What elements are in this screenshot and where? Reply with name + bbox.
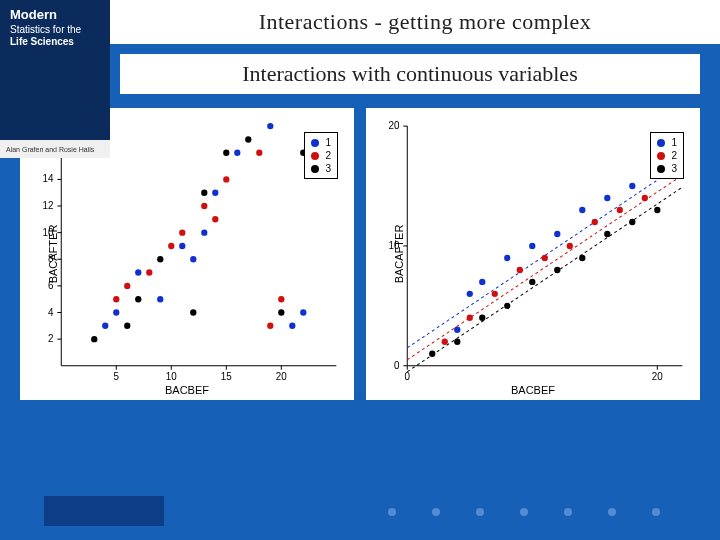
svg-point-28 bbox=[102, 323, 108, 329]
slide-subtitle: Interactions with continuous variables bbox=[120, 54, 700, 94]
legend-row: 2 bbox=[311, 149, 331, 162]
footer-dots bbox=[388, 508, 660, 516]
legend-dot-icon bbox=[657, 152, 665, 160]
chart-left-legend: 123 bbox=[304, 132, 338, 179]
footer-dot-icon bbox=[652, 508, 660, 516]
legend-label: 2 bbox=[671, 149, 677, 162]
svg-point-99 bbox=[529, 279, 535, 285]
chart-left-ylabel: BACAFTER bbox=[47, 225, 59, 284]
legend-row: 1 bbox=[657, 136, 677, 149]
footer-dot-icon bbox=[608, 508, 616, 516]
svg-point-80 bbox=[529, 243, 535, 249]
chart-left-xlabel: BACBEF bbox=[165, 384, 209, 396]
footer-dot-icon bbox=[476, 508, 484, 516]
svg-point-95 bbox=[429, 351, 435, 357]
svg-point-82 bbox=[579, 207, 585, 213]
svg-text:5: 5 bbox=[114, 371, 120, 382]
svg-text:20: 20 bbox=[652, 371, 663, 382]
svg-point-93 bbox=[617, 207, 623, 213]
svg-point-45 bbox=[201, 203, 207, 209]
svg-point-76 bbox=[454, 327, 460, 333]
legend-row: 2 bbox=[657, 149, 677, 162]
svg-point-35 bbox=[212, 189, 218, 195]
svg-point-54 bbox=[157, 256, 163, 262]
svg-point-101 bbox=[579, 255, 585, 261]
svg-point-49 bbox=[267, 323, 273, 329]
svg-point-52 bbox=[124, 323, 130, 329]
legend-label: 1 bbox=[671, 136, 677, 149]
svg-point-87 bbox=[467, 315, 473, 321]
footer-dot-icon bbox=[564, 508, 572, 516]
svg-point-39 bbox=[300, 309, 306, 315]
svg-point-88 bbox=[492, 291, 498, 297]
slide-footer bbox=[0, 480, 720, 540]
book-title-line3: Life Sciences bbox=[10, 36, 100, 47]
svg-point-96 bbox=[454, 339, 460, 345]
svg-line-75 bbox=[407, 187, 682, 372]
svg-point-33 bbox=[190, 256, 196, 262]
svg-point-43 bbox=[168, 243, 174, 249]
chart-right-xlabel: BACBEF bbox=[511, 384, 555, 396]
svg-point-97 bbox=[479, 315, 485, 321]
svg-text:14: 14 bbox=[42, 173, 53, 184]
svg-point-29 bbox=[113, 309, 119, 315]
svg-point-98 bbox=[504, 303, 510, 309]
svg-text:2: 2 bbox=[48, 333, 54, 344]
book-title-line1: Modern bbox=[10, 8, 100, 22]
svg-text:4: 4 bbox=[48, 306, 54, 317]
svg-point-103 bbox=[629, 219, 635, 225]
chart-right-ylabel: BACAFTER bbox=[393, 225, 405, 284]
svg-point-58 bbox=[245, 136, 251, 142]
svg-point-83 bbox=[604, 195, 610, 201]
svg-point-81 bbox=[554, 231, 560, 237]
book-authors: Alan Grafen and Rosie Hails bbox=[0, 140, 110, 158]
svg-point-46 bbox=[212, 216, 218, 222]
footer-block bbox=[44, 496, 164, 526]
book-cover: Modern Statistics for the Life Sciences bbox=[0, 0, 110, 140]
svg-point-56 bbox=[201, 189, 207, 195]
svg-line-74 bbox=[407, 175, 682, 360]
legend-dot-icon bbox=[311, 152, 319, 160]
legend-dot-icon bbox=[311, 165, 319, 173]
svg-point-34 bbox=[201, 229, 207, 235]
svg-point-38 bbox=[289, 323, 295, 329]
svg-text:10: 10 bbox=[166, 371, 177, 382]
svg-text:20: 20 bbox=[276, 371, 287, 382]
svg-text:12: 12 bbox=[42, 200, 53, 211]
svg-point-100 bbox=[554, 267, 560, 273]
svg-point-104 bbox=[654, 207, 660, 213]
svg-point-48 bbox=[256, 150, 262, 156]
svg-point-30 bbox=[135, 269, 141, 275]
legend-row: 1 bbox=[311, 136, 331, 149]
slide-title: Interactions - getting more complex bbox=[130, 9, 720, 35]
svg-point-90 bbox=[542, 255, 548, 261]
svg-point-102 bbox=[604, 231, 610, 237]
svg-point-79 bbox=[504, 255, 510, 261]
legend-dot-icon bbox=[657, 165, 665, 173]
svg-point-59 bbox=[278, 309, 284, 315]
svg-point-42 bbox=[146, 269, 152, 275]
svg-point-44 bbox=[179, 229, 185, 235]
svg-text:20: 20 bbox=[388, 120, 399, 131]
svg-point-78 bbox=[479, 279, 485, 285]
legend-label: 3 bbox=[671, 162, 677, 175]
svg-point-37 bbox=[267, 123, 273, 129]
svg-point-31 bbox=[157, 296, 163, 302]
svg-point-89 bbox=[517, 267, 523, 273]
svg-point-94 bbox=[642, 195, 648, 201]
svg-point-32 bbox=[179, 243, 185, 249]
svg-text:0: 0 bbox=[405, 371, 411, 382]
legend-label: 3 bbox=[325, 162, 331, 175]
svg-point-50 bbox=[278, 296, 284, 302]
svg-point-36 bbox=[234, 150, 240, 156]
svg-text:0: 0 bbox=[394, 360, 400, 371]
chart-right-panel: 02001020 BACAFTER BACBEF 123 bbox=[366, 108, 700, 400]
legend-dot-icon bbox=[657, 139, 665, 147]
svg-point-55 bbox=[190, 309, 196, 315]
svg-point-47 bbox=[223, 176, 229, 182]
svg-point-53 bbox=[135, 296, 141, 302]
legend-dot-icon bbox=[311, 139, 319, 147]
svg-point-57 bbox=[223, 150, 229, 156]
footer-dot-icon bbox=[520, 508, 528, 516]
svg-text:15: 15 bbox=[221, 371, 232, 382]
